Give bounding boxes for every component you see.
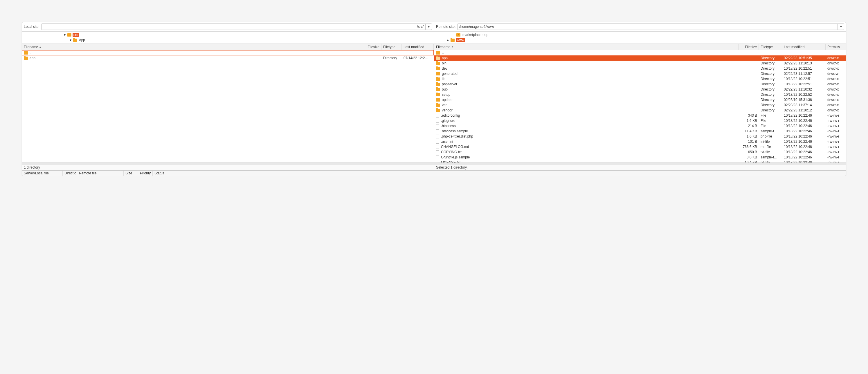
- list-row[interactable]: appDirectory02/22/23 10:51:35drwxr-x: [434, 56, 846, 61]
- folder-icon: [436, 88, 440, 91]
- local-file-list[interactable]: ..appDirectory07/14/22 12:2…: [22, 50, 434, 163]
- cell-filesize: 343 B: [739, 113, 759, 117]
- cell-lastmodified: 10/18/22 10:22:46: [782, 145, 826, 149]
- tree-item-label: app: [79, 38, 86, 42]
- local-tree[interactable]: ▾src▾app: [22, 32, 434, 44]
- list-row[interactable]: Gruntfile.js.sample3.0 KBsample-f…10/18/…: [434, 155, 846, 160]
- cell-filename: LICENSE.txt: [434, 161, 739, 163]
- remote-path-input[interactable]: [458, 25, 838, 29]
- local-col-filetype[interactable]: Filetype: [381, 44, 402, 50]
- queue-col-priority[interactable]: Priority: [138, 171, 153, 176]
- cell-filename: CHANGELOG.md: [434, 145, 739, 149]
- list-row[interactable]: devDirectory10/18/22 10:22:51drwxr-x: [434, 66, 846, 71]
- cell-filename: ..: [22, 51, 364, 55]
- local-path-combo[interactable]: ▾: [41, 24, 432, 30]
- local-path-dropdown-icon[interactable]: ▾: [425, 24, 432, 30]
- local-h-scrollbar[interactable]: [22, 163, 434, 165]
- cell-permissions: -rw-rw-r: [826, 161, 846, 163]
- transfer-queue-header[interactable]: Server/Local file Directio Remote file S…: [22, 170, 846, 176]
- local-list-header[interactable]: Filename∧ Filesize Filetype Last modifie…: [22, 44, 434, 50]
- remote-col-filetype[interactable]: Filetype: [759, 44, 782, 50]
- cell-filename: app: [434, 56, 739, 60]
- list-row[interactable]: generatedDirectory02/22/23 11:12:57drwxr…: [434, 71, 846, 76]
- list-row[interactable]: .htaccess.sample11.4 KBsample-f…10/18/22…: [434, 129, 846, 134]
- list-row[interactable]: ..: [22, 50, 434, 56]
- list-row[interactable]: vendorDirectory02/22/23 11:10:12drwxr-x: [434, 108, 846, 113]
- tree-item[interactable]: marketplace-eqp: [434, 32, 846, 37]
- remote-col-filesize[interactable]: Filesize: [739, 44, 759, 50]
- cell-filename: .editorconfig: [434, 113, 739, 117]
- remote-path-dropdown-icon[interactable]: ▾: [838, 24, 844, 30]
- folder-icon: [436, 77, 440, 81]
- queue-col-size[interactable]: Size: [124, 171, 138, 176]
- list-row[interactable]: pubDirectory02/22/23 11:10:32drwxr-x: [434, 87, 846, 92]
- cell-filetype: Directory: [759, 77, 782, 81]
- cell-filesize: 766.6 KB: [739, 145, 759, 149]
- list-row[interactable]: CHANGELOG.md766.6 KBmd-file10/18/22 10:2…: [434, 144, 846, 149]
- local-path-input[interactable]: [41, 25, 425, 29]
- folder-icon: [24, 52, 28, 55]
- tree-item[interactable]: ▾app: [22, 37, 434, 43]
- tree-item[interactable]: ▸www: [434, 37, 846, 43]
- folder-icon: [451, 39, 455, 42]
- queue-col-localfile[interactable]: Server/Local file: [22, 171, 63, 176]
- list-row[interactable]: appDirectory07/14/22 12:2…: [22, 56, 434, 61]
- queue-col-remotefile[interactable]: Remote file: [77, 171, 124, 176]
- remote-col-filename[interactable]: Filename∧: [434, 44, 739, 50]
- tree-item[interactable]: ▾src: [22, 32, 434, 37]
- remote-col-perms[interactable]: Permiss: [826, 44, 846, 50]
- list-row[interactable]: .htaccess214 BFile10/18/22 10:22:46-rw-r…: [434, 123, 846, 129]
- cell-permissions: -rw-rw-r: [826, 145, 846, 149]
- list-row[interactable]: setupDirectory10/18/22 10:22:52drwxr-x: [434, 92, 846, 97]
- remote-path-combo[interactable]: ▾: [457, 24, 844, 30]
- list-row[interactable]: .gitignore1.6 KBFile10/18/22 10:22:46-rw…: [434, 118, 846, 123]
- remote-h-scrollbar[interactable]: [434, 163, 846, 165]
- cell-filename: generated: [434, 72, 739, 76]
- list-row[interactable]: phpserverDirectory10/18/22 10:22:51drwxr…: [434, 81, 846, 87]
- remote-file-list[interactable]: ..appDirectory02/22/23 10:51:35drwxr-xbi…: [434, 50, 846, 163]
- folder-icon: [436, 72, 440, 75]
- list-row[interactable]: updateDirectory02/23/19 15:31:36drwxr-x: [434, 97, 846, 102]
- list-row[interactable]: LICENSE.txt10.4 KBtxt-file10/18/22 10:22…: [434, 160, 846, 163]
- queue-col-direction[interactable]: Directio: [63, 171, 77, 176]
- cell-filesize: 214 B: [739, 124, 759, 128]
- file-icon: [436, 135, 439, 138]
- list-row[interactable]: libDirectory10/18/22 10:22:51drwxr-x: [434, 76, 846, 81]
- remote-tree[interactable]: marketplace-eqp▸www: [434, 32, 846, 44]
- expander-icon[interactable]: ▾: [63, 33, 66, 37]
- folder-unknown-icon: [456, 33, 460, 37]
- expander-icon[interactable]: ▾: [69, 38, 72, 42]
- expander-icon[interactable]: ▸: [446, 38, 450, 42]
- cell-filetype: md-file: [759, 145, 782, 149]
- list-row[interactable]: .php-cs-fixer.dist.php1.6 KBphp-file10/1…: [434, 134, 846, 139]
- cell-permissions: -rw-rw-r: [826, 129, 846, 133]
- list-row[interactable]: COPYING.txt650 Btxt-file10/18/22 10:22:4…: [434, 149, 846, 155]
- queue-col-status[interactable]: Status: [153, 171, 846, 176]
- cell-filesize: 101 B: [739, 140, 759, 144]
- list-row[interactable]: binDirectory02/22/23 11:10:13drwxr-x: [434, 61, 846, 66]
- cell-lastmodified: 02/23/19 15:31:36: [782, 98, 826, 102]
- list-row[interactable]: ..: [434, 50, 846, 56]
- cell-permissions: drwxr-x: [826, 103, 846, 107]
- cell-filename: Gruntfile.js.sample: [434, 155, 739, 159]
- local-col-lastmod[interactable]: Last modified: [402, 44, 434, 50]
- cell-filetype: Directory: [759, 61, 782, 65]
- cell-filetype: Directory: [759, 108, 782, 112]
- file-icon: [436, 161, 439, 163]
- cell-permissions: -rw-rw-r: [826, 150, 846, 154]
- cell-filetype: php-file: [759, 134, 782, 138]
- local-col-filesize[interactable]: Filesize: [364, 44, 381, 50]
- cell-lastmodified: 10/18/22 10:22:46: [782, 140, 826, 144]
- list-row[interactable]: varDirectory02/23/23 11:37:14drwxr-x: [434, 102, 846, 108]
- remote-list-header[interactable]: Filename∧ Filesize Filetype Last modifie…: [434, 44, 846, 50]
- list-row[interactable]: .editorconfig343 BFile10/18/22 10:22:46-…: [434, 113, 846, 118]
- list-row[interactable]: .user.ini101 Bini-file10/18/22 10:22:46-…: [434, 139, 846, 144]
- file-icon: [436, 114, 439, 117]
- cell-lastmodified: 10/18/22 10:22:46: [782, 134, 826, 138]
- remote-col-lastmod[interactable]: Last modified: [782, 44, 826, 50]
- local-col-filename[interactable]: Filename∧: [22, 44, 364, 50]
- cell-lastmodified: 02/22/23 11:10:12: [782, 108, 826, 112]
- local-status: 1 directory: [22, 165, 434, 170]
- cell-lastmodified: 10/18/22 10:22:46: [782, 113, 826, 117]
- cell-filetype: Directory: [759, 98, 782, 102]
